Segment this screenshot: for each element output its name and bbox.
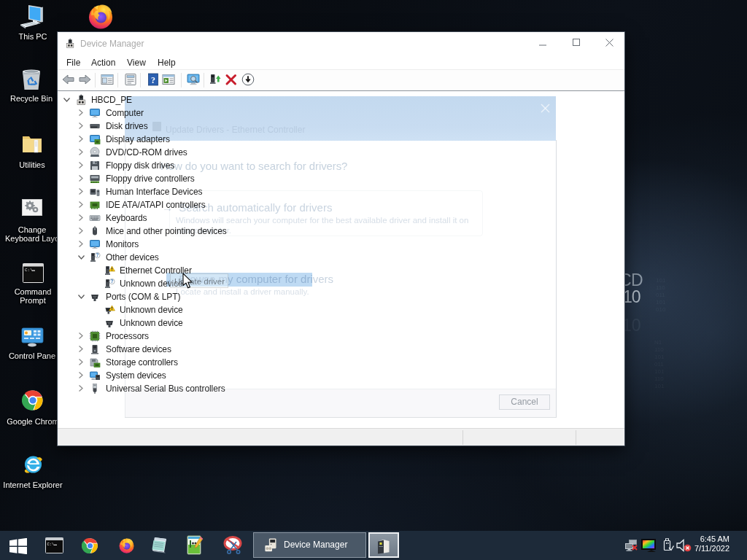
svg-text:C:\: C:\ [47,542,55,547]
svg-text:?: ? [96,252,99,257]
svg-text:?: ? [151,75,155,85]
svg-text:C:\: C:\ [25,268,33,273]
svg-text:?: ? [111,279,114,284]
